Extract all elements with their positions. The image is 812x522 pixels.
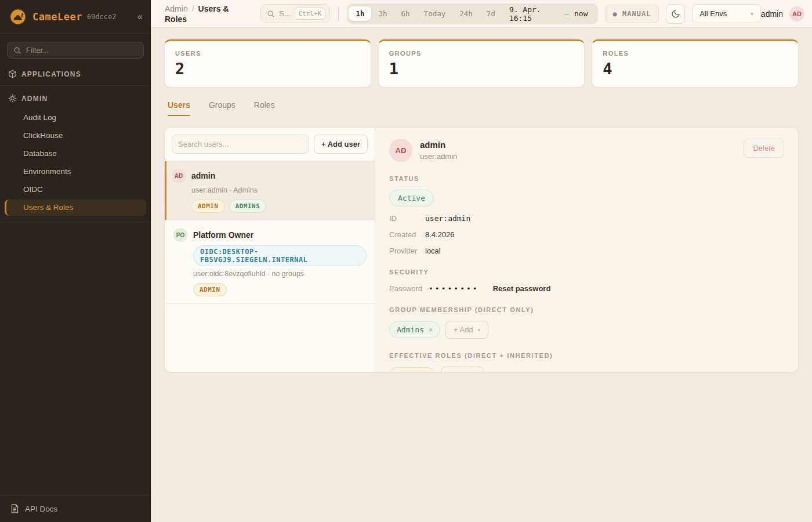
sidebar-filter[interactable] (7, 42, 144, 59)
user-badges: ADMIN ADMINS (191, 200, 367, 213)
page-content: USERS 2 GROUPS 1 ROLES 4 Users Groups Ro… (151, 28, 812, 522)
sidebar-item-audit-log[interactable]: Audit Log (5, 110, 146, 126)
sidebar: CameLeer 69dcce2 « APPLICATIONS (0, 0, 151, 522)
sidebar-section-label: APPLICATIONS (21, 70, 81, 78)
role-badge: ADMIN (193, 283, 227, 296)
time-range-24h[interactable]: 24h (452, 6, 480, 21)
app-version: 69dcce2 (87, 13, 117, 21)
tab-roles[interactable]: Roles (254, 100, 275, 116)
list-item-row: AD admin (172, 169, 367, 183)
group-chip-label: Admins (397, 325, 424, 334)
user-meta: user:oidc:8evzqofluhld · no groups (193, 270, 367, 278)
password-row: Password •••••••• Reset password (389, 284, 784, 293)
header-divider (338, 7, 339, 21)
entity-tabs: Users Groups Roles (164, 100, 799, 116)
stat-card-roles: ROLES 4 (592, 39, 799, 88)
stat-card-groups: GROUPS 1 (378, 39, 585, 88)
field-value: 8.4.2026 (425, 230, 455, 239)
section-status-label: STATUS (389, 175, 784, 182)
add-user-button[interactable]: + Add user (314, 135, 368, 154)
tab-users[interactable]: Users (168, 100, 190, 116)
global-search-placeholder: S... (279, 9, 291, 18)
add-role-label: + Add (449, 371, 469, 372)
sidebar-item-oidc[interactable]: OIDC (5, 182, 146, 198)
role-badge: ADMIN (191, 200, 225, 213)
user-avatar[interactable]: AD (789, 6, 804, 21)
time-range-6h[interactable]: 6h (394, 6, 417, 21)
time-range-1h[interactable]: 1h (349, 6, 371, 21)
camel-logo-icon (9, 8, 27, 26)
detail-header: AD admin user:admin Delete (389, 139, 784, 162)
time-range-display[interactable]: 9. Apr. 16:15 — now (502, 5, 596, 23)
sidebar-api-docs-link[interactable]: API Docs (0, 495, 151, 522)
top-bar: Admin/Users & Roles S... Ctrl+K 1h 3h 6h… (151, 0, 812, 28)
sidebar-item-database[interactable]: Database (5, 146, 146, 162)
manual-mode-badge[interactable]: ● MANUAL (605, 5, 659, 23)
user-list-toolbar: + Add user (165, 128, 375, 161)
sidebar-item-clickhouse[interactable]: ClickHouse (5, 128, 146, 144)
field-id: ID user:admin (389, 214, 784, 223)
sidebar-collapse-button[interactable]: « (137, 12, 143, 22)
add-role-button[interactable]: + Add ▾ (441, 367, 484, 372)
environment-select[interactable]: All Envs ▾ (692, 4, 761, 23)
breadcrumb: Admin/Users & Roles (165, 3, 250, 24)
user-list-item-admin[interactable]: AD admin user:admin · Admins ADMIN ADMIN… (165, 161, 375, 220)
stat-value: 1 (389, 60, 574, 78)
status-badge: Active (389, 190, 434, 206)
time-range-7d[interactable]: 7d (480, 6, 502, 21)
time-range-3h[interactable]: 3h (371, 6, 394, 21)
api-docs-label: API Docs (25, 505, 57, 513)
group-membership-chips: Admins × + Add ▾ (389, 321, 784, 339)
sidebar-divider (0, 222, 151, 222)
remove-group-icon[interactable]: × (429, 326, 433, 334)
time-separator: — (564, 9, 569, 18)
chevron-down-icon: ▾ (478, 327, 481, 333)
reset-password-link[interactable]: Reset password (493, 284, 551, 293)
user-list-item-platform-owner[interactable]: PO Platform Owner OIDC:DESKTOP-FB5VGJ9.S… (165, 220, 375, 304)
oidc-provider-badge: OIDC:DESKTOP-FB5VGJ9.SIEGELN.INTERNAL (193, 245, 367, 266)
section-groups-label: GROUP MEMBERSHIP (DIRECT ONLY) (389, 306, 784, 313)
stat-card-users: USERS 2 (164, 39, 371, 88)
field-value: local (425, 246, 441, 255)
field-provider: Provider local (389, 246, 784, 255)
stat-value: 4 (603, 60, 788, 78)
user-detail: AD admin user:admin Delete STATUS Active… (375, 128, 798, 372)
sidebar-section-applications[interactable]: APPLICATIONS (0, 63, 151, 84)
users-panel: + Add user AD admin user:admin · Admins … (164, 127, 799, 372)
delete-user-button[interactable]: Delete (744, 139, 784, 158)
sidebar-filter-input[interactable] (26, 46, 137, 55)
breadcrumb-separator: / (192, 4, 194, 13)
list-item-row: PO Platform Owner (173, 228, 367, 242)
sidebar-section-admin[interactable]: ADMIN (0, 88, 151, 108)
search-users-input[interactable] (172, 135, 309, 154)
gear-icon (8, 94, 17, 103)
add-group-button[interactable]: + Add ▾ (445, 321, 488, 339)
user-name: Platform Owner (193, 230, 253, 240)
dark-mode-toggle[interactable] (666, 4, 685, 24)
sidebar-section-label: ADMIN (21, 95, 48, 103)
global-search[interactable]: S... Ctrl+K (260, 4, 330, 23)
user-menu: admin AD (761, 6, 804, 21)
sidebar-item-environments[interactable]: Environments (5, 164, 146, 180)
password-masked-value: •••••••• (429, 284, 479, 293)
moon-icon (671, 9, 680, 19)
effective-roles-chips: ADMIN × + Add ▾ (389, 367, 784, 372)
user-name: admin (191, 171, 215, 180)
remove-role-icon[interactable]: × (424, 372, 428, 372)
user-list: + Add user AD admin user:admin · Admins … (165, 128, 375, 372)
tab-groups[interactable]: Groups (209, 100, 235, 116)
field-created: Created 8.4.2026 (389, 230, 784, 239)
avatar: PO (173, 228, 187, 242)
sidebar-admin-items: Audit Log ClickHouse Database Environmen… (0, 108, 151, 220)
sidebar-item-users-roles[interactable]: Users & Roles (5, 200, 146, 216)
detail-user-id: user:admin (420, 152, 457, 161)
search-shortcut-kbd: Ctrl+K (295, 8, 326, 20)
avatar: AD (389, 139, 412, 162)
chevron-down-icon: ▾ (751, 11, 753, 17)
time-range-today[interactable]: Today (417, 6, 453, 21)
breadcrumb-admin[interactable]: Admin (165, 4, 188, 13)
stat-label: USERS (175, 50, 360, 57)
search-icon (13, 46, 21, 55)
stat-label: ROLES (603, 50, 788, 57)
stat-value: 2 (175, 60, 360, 78)
